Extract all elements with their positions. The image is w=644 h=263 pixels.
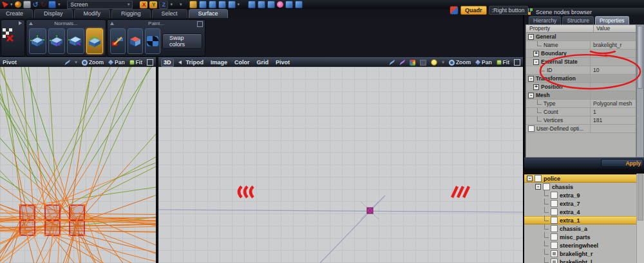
normals-scale-button[interactable]: 1.0 <box>48 28 66 54</box>
normals-flat-button[interactable] <box>29 28 46 54</box>
property-row-type[interactable]: Type Polygonal mesh <box>526 100 636 108</box>
collapse-icon[interactable] <box>527 176 533 181</box>
property-row-id[interactable]: ID 10 <box>526 66 636 75</box>
redo-icon[interactable]: ↻ <box>41 1 46 8</box>
expand-icon[interactable] <box>533 84 539 90</box>
maximize-viewport-icon[interactable] <box>514 59 520 66</box>
node-checkbox[interactable] <box>535 175 542 182</box>
node-checkbox[interactable] <box>551 242 558 249</box>
tab-select[interactable]: Select <box>152 9 187 18</box>
geometry-tool-icon[interactable] <box>209 1 216 8</box>
paint-pattern-button[interactable] <box>145 28 160 54</box>
shading-box-icon[interactable] <box>420 60 426 66</box>
draw-tool-icon[interactable] <box>64 60 70 66</box>
tab-display[interactable]: Display <box>34 9 73 18</box>
quadr-mode-button[interactable]: Quadr <box>460 6 487 15</box>
dropdown-caret-icon[interactable]: ▾ <box>10 2 13 7</box>
collapse-icon[interactable] <box>528 93 534 98</box>
tree-item-misc-parts[interactable]: misc_parts <box>524 233 644 241</box>
view-mode-chip[interactable]: 3D <box>161 59 174 67</box>
swap-colors-button[interactable]: Swap colors <box>162 33 202 49</box>
tree-item-brakelight-r[interactable]: brakelight_r <box>524 249 644 258</box>
menu-image[interactable]: Image <box>211 59 227 66</box>
geometry-tool-icon[interactable] <box>199 1 207 8</box>
axis-x-toggle[interactable]: X <box>140 1 147 8</box>
dropdown-caret-icon[interactable]: ▾ <box>58 2 61 7</box>
properties-scrollbar[interactable] <box>636 24 644 158</box>
node-checkbox[interactable] <box>551 225 558 232</box>
geometry-tool-icon[interactable] <box>228 1 236 8</box>
left-zoom-button[interactable]: Zoom <box>82 59 104 66</box>
user-defined-checkbox[interactable] <box>528 125 535 132</box>
normals-flip-button[interactable] <box>67 28 84 54</box>
tab-modify[interactable]: Modify <box>74 9 111 18</box>
tree-item-extra1-selected[interactable]: extra_1 <box>524 216 644 224</box>
tree-item-chassis[interactable]: chassis <box>524 183 644 191</box>
paint-brush-button[interactable] <box>110 28 126 54</box>
property-row-name[interactable]: Name brakelight_r <box>526 41 636 50</box>
tab-rigging[interactable]: Rigging <box>111 9 151 18</box>
node-checkbox-partial[interactable] <box>551 250 558 257</box>
dropdown-caret-icon[interactable]: ▾ <box>170 2 173 7</box>
paint-face-button[interactable] <box>128 28 143 54</box>
menu-tripod[interactable]: Tripod <box>186 59 204 66</box>
node-checkbox[interactable] <box>551 233 558 240</box>
property-row-general[interactable]: General <box>526 33 636 41</box>
draw-tool-alt-icon[interactable] <box>399 60 405 66</box>
left-pan-button[interactable]: Pan <box>108 59 125 66</box>
save-icon[interactable] <box>48 1 56 8</box>
mesh-tool-icon[interactable] <box>258 1 265 8</box>
mesh-tool-icon[interactable] <box>295 1 303 8</box>
node-checkbox[interactable] <box>551 217 558 224</box>
tab-hierarchy[interactable]: Hierarchy <box>529 16 561 24</box>
mesh-tool-icon[interactable] <box>248 1 256 8</box>
menu-pivot[interactable]: Pivot <box>276 59 290 66</box>
property-row-boundary[interactable]: Boundary <box>526 50 636 58</box>
axis-z-toggle[interactable]: Z <box>159 1 168 9</box>
center-pan-button[interactable]: Pan <box>475 59 492 66</box>
node-checkbox[interactable] <box>551 192 558 199</box>
property-row-transformation[interactable]: Transformation <box>526 75 636 83</box>
collapse-icon[interactable] <box>535 184 541 190</box>
tab-properties[interactable]: Properties <box>595 16 629 24</box>
dropdown-caret-icon[interactable]: ▾ <box>180 2 182 7</box>
select-tool-icon[interactable] <box>2 1 8 8</box>
property-row-count[interactable]: Count 1 <box>526 108 636 116</box>
geometry-tool-icon[interactable] <box>189 1 197 8</box>
property-row-vertices[interactable]: Vertices 181 <box>526 116 636 125</box>
dropdown-caret-icon[interactable]: ▾ <box>238 2 240 7</box>
tree-item-steeringwheel[interactable]: steeringwheel <box>524 241 644 249</box>
palette-icon[interactable] <box>410 60 415 66</box>
property-row-position[interactable]: Position <box>526 83 636 91</box>
draw-tool-icon[interactable] <box>389 60 395 66</box>
center-fit-button[interactable]: Fit <box>497 59 509 66</box>
tab-surface[interactable]: Surface <box>189 9 228 18</box>
expand-right-icon[interactable] <box>19 21 22 25</box>
node-checkbox[interactable] <box>543 183 550 190</box>
tree-scrollbar[interactable] <box>636 174 644 263</box>
tree-item-extra4[interactable]: extra_4 <box>524 208 644 216</box>
tab-structure[interactable]: Structure <box>562 16 594 24</box>
menu-grid[interactable]: Grid <box>257 59 269 66</box>
tree-item-extra7[interactable]: extra_7 <box>524 199 644 208</box>
geometry-tool-icon[interactable] <box>218 1 226 8</box>
vertex-paint-icon[interactable] <box>277 1 283 8</box>
collapse-up-icon[interactable] <box>29 22 33 25</box>
maximize-viewport-icon[interactable] <box>147 59 153 66</box>
tab-create[interactable]: Create <box>0 9 33 18</box>
tree-item-police[interactable]: police <box>524 174 644 183</box>
node-checkbox-partial[interactable] <box>551 258 558 263</box>
lighting-bulb-icon[interactable] <box>431 59 437 66</box>
menu-color[interactable]: Color <box>234 59 250 66</box>
node-checkbox[interactable] <box>551 200 558 207</box>
tree-item-brakelight-l[interactable]: brakelight_l <box>524 258 644 263</box>
left-fit-button[interactable]: Fit <box>129 59 142 66</box>
property-row-mesh[interactable]: Mesh <box>526 91 636 100</box>
mesh-tool-icon[interactable] <box>267 1 275 8</box>
popout-icon[interactable] <box>197 21 203 27</box>
collapse-icon[interactable] <box>533 59 539 65</box>
left-viewport-canvas[interactable] <box>0 67 156 263</box>
tree-item-chassis-a[interactable]: chassis_a <box>524 224 644 233</box>
collapse-icon[interactable] <box>528 76 534 82</box>
expand-icon[interactable] <box>533 51 539 57</box>
